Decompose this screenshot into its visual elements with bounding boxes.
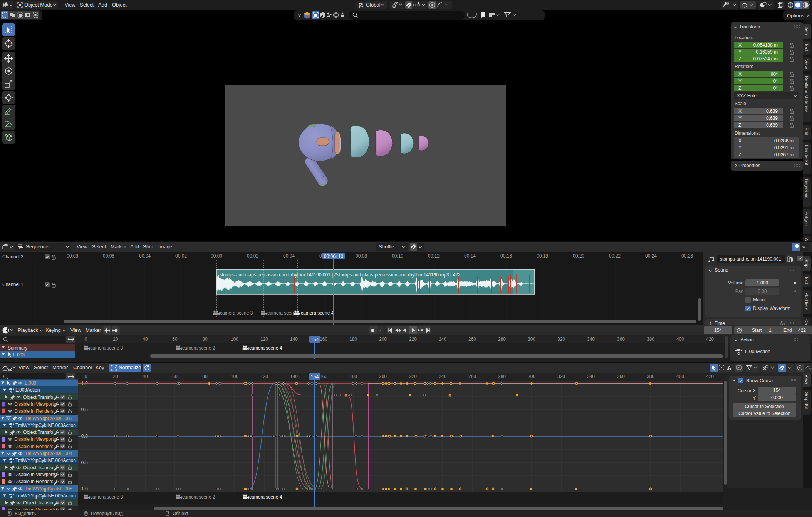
svg-text:400: 400 [676,336,684,342]
svg-text:-00:08: -00:08 [65,253,78,259]
svg-text:300: 300 [528,374,535,379]
svg-text:camera scene 2: camera scene 2 [182,494,215,500]
svg-text:00:00: 00:00 [211,253,222,259]
svg-text:40: 40 [143,336,148,342]
svg-text:00:04: 00:04 [283,253,295,259]
svg-text:200: 200 [379,336,387,342]
svg-text:60: 60 [172,374,178,379]
svg-text:00:16: 00:16 [500,253,512,259]
svg-text:340: 340 [587,374,595,379]
svg-text:0: 0 [85,336,87,342]
svg-text:Disable in Renders: Disable in Renders [14,444,53,449]
svg-text:00:18: 00:18 [537,253,548,259]
svg-text:420: 420 [706,336,714,342]
svg-text:L.003: L.003 [25,380,36,386]
svg-text:240: 240 [439,374,446,379]
svg-text:Object Transfo: Object Transfo [23,395,53,400]
svg-text:200: 200 [379,374,387,379]
svg-text:100: 100 [231,374,238,379]
svg-text:20: 20 [113,374,118,379]
svg-text:120: 120 [260,374,268,379]
svg-text:00:26: 00:26 [681,253,693,259]
svg-text:L.003Action: L.003Action [15,387,40,393]
svg-text:140: 140 [290,336,298,342]
svg-text:100: 100 [231,336,238,342]
svg-text:Summary: Summary [8,345,27,351]
svg-text:TmiWYYqpCykiIsE.004Action: TmiWYYqpCykiIsE.004Action [15,458,76,463]
svg-text:160: 160 [320,374,327,379]
svg-text:20: 20 [113,336,118,342]
svg-text:360: 360 [617,374,625,379]
svg-text:Disable in Renders: Disable in Renders [14,408,53,414]
svg-text:camera scene 2: camera scene 2 [182,345,215,351]
svg-text:camera scene 3: camera scene 3 [90,345,123,351]
svg-text:340: 340 [587,336,595,342]
svg-text:180: 180 [349,336,357,342]
svg-text:420: 420 [706,374,714,379]
svg-text:60: 60 [172,336,178,342]
svg-text:120: 120 [260,336,268,342]
svg-text:260: 260 [468,336,476,342]
svg-text:00:06+10: 00:06+10 [324,254,344,259]
svg-text:0.5: 0.5 [81,407,88,412]
svg-text:Disable in Renders: Disable in Renders [14,479,53,484]
svg-text:camera scen: camera scen [267,310,294,316]
svg-text:00:22: 00:22 [609,253,621,259]
svg-text:220: 220 [409,336,417,342]
svg-text:TmiWYYqpCykiIsE.005Action: TmiWYYqpCykiIsE.005Action [15,493,76,499]
svg-text:320: 320 [557,374,565,379]
svg-text:0: 0 [85,374,87,379]
svg-text:300: 300 [528,336,535,342]
svg-text:00:14: 00:14 [464,253,476,259]
svg-text:180: 180 [349,374,357,379]
svg-text:160: 160 [320,336,327,342]
svg-text:40: 40 [143,374,148,379]
svg-text:Object Transfo: Object Transfo [23,500,53,505]
svg-text:TmiWYYqpCykiIsE.003Action: TmiWYYqpCykiIsE.003Action [15,423,76,428]
svg-text:320: 320 [557,336,565,342]
svg-text:camera scene 4: camera scene 4 [301,310,334,316]
svg-text:400: 400 [676,374,684,379]
svg-text:154: 154 [311,337,319,342]
svg-text:Object Transfo: Object Transfo [23,430,53,435]
svg-text:80: 80 [202,336,208,342]
svg-text:Disable in Viewports: Disable in Viewports [14,402,56,407]
svg-text:stomps-and-claps-percussion-an: stomps-and-claps-percussion-and-rhythm-1… [220,272,461,278]
svg-text:240: 240 [439,336,446,342]
svg-text:-00:02: -00:02 [174,253,187,259]
svg-text:00:08: 00:08 [356,253,367,259]
svg-text:-0.5: -0.5 [79,460,88,465]
svg-text:380: 380 [647,374,654,379]
svg-text:00:12: 00:12 [428,253,440,259]
svg-text:TmiWYYqpCykiIsE.005: TmiWYYqpCykiIsE.005 [25,486,72,492]
svg-text:80: 80 [202,374,208,379]
svg-text:Disable in Viewports: Disable in Viewports [14,437,56,442]
svg-text:TmiWYYqpCykiIsE.004: TmiWYYqpCykiIsE.004 [25,451,72,456]
svg-text:380: 380 [647,336,654,342]
svg-text:00:10: 00:10 [392,253,403,259]
svg-text:154: 154 [311,374,319,380]
svg-text:140: 140 [290,374,298,379]
svg-text:Disable in Viewports: Disable in Viewports [14,472,56,477]
svg-text:00:24: 00:24 [645,253,657,259]
svg-text:camera scene 3: camera scene 3 [220,310,253,316]
svg-text:Object Transfo: Object Transfo [23,465,53,470]
svg-text:00:02: 00:02 [247,253,258,259]
svg-text:-00:06: -00:06 [101,253,114,259]
svg-text:TmiWYYqpCykiIsE.003: TmiWYYqpCykiIsE.003 [25,416,72,421]
svg-text:camera scene 4: camera scene 4 [249,345,282,351]
svg-text:220: 220 [409,374,417,379]
svg-text:280: 280 [498,374,506,379]
svg-text:L.003: L.003 [13,352,25,358]
svg-text:360: 360 [617,336,625,342]
svg-text:camera scene 4: camera scene 4 [249,494,282,500]
svg-text:260: 260 [468,374,476,379]
svg-text:camera scene 3: camera scene 3 [90,494,123,500]
svg-text:280: 280 [498,336,506,342]
svg-text:-00:04: -00:04 [138,253,151,259]
svg-text:00:20: 00:20 [573,253,584,259]
